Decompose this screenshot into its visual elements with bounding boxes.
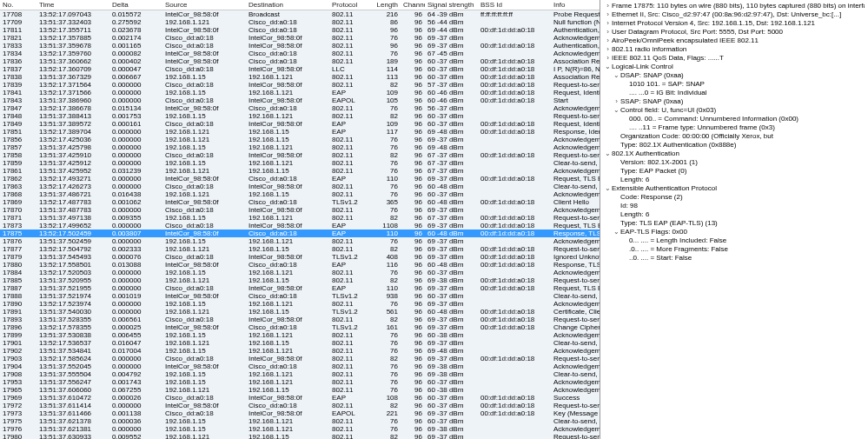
packet-row[interactable]: 1783913:52:17.3715640.000000Cisco_dd:a0:…: [0, 81, 600, 89]
detail-line[interactable]: 000. 00.. = Command: Unnumbered Informat…: [604, 115, 865, 123]
packet-row[interactable]: 1797313:51:37.6114660.001138Cisco_dd:a0:…: [0, 409, 600, 417]
packet-row[interactable]: 1785813:51:37.4259100.000000Cisco_dd:a0:…: [0, 151, 600, 159]
detail-line[interactable]: 1010 101. = SAP: SNAP: [604, 80, 865, 89]
packet-row[interactable]: 1797613:51:37.6213810.000000192.168.1.15…: [0, 425, 600, 433]
packet-row[interactable]: 1788413:52:17.5205030.000000192.168.1.15…: [0, 269, 600, 276]
detail-line[interactable]: ›AiroPeek/OmniPeek encapsulated IEEE 802…: [604, 37, 865, 45]
packet-row[interactable]: 1785113:52:17.3897040.000000192.168.1.12…: [0, 128, 600, 136]
detail-line[interactable]: ›Internet Protocol Version 4, Src: 192.1…: [604, 19, 865, 28]
tree-toggle-icon[interactable]: ›: [604, 45, 612, 54]
detail-line[interactable]: ›User Datagram Protocol, Src Port: 5555,…: [604, 28, 865, 37]
col-info[interactable]: Info: [551, 0, 600, 10]
detail-line[interactable]: .0.. .... = More Fragments: False: [604, 245, 865, 254]
packet-row[interactable]: 1783313:51:37.3596780.001165Cisco_dd:a0:…: [0, 42, 600, 50]
detail-line[interactable]: ›Ethernet II, Src: Cisco_d2:97:47 (00:8a…: [604, 10, 865, 19]
packet-row[interactable]: 1790313:52:17.5856240.000000Cisco_dd:a0:…: [0, 355, 600, 363]
packet-row[interactable]: 1785613:52:17.4250360.000000192.168.1.12…: [0, 136, 600, 143]
detail-line[interactable]: Length: 6: [604, 176, 865, 184]
detail-line[interactable]: .... ...0 = IG Bit: Individual: [604, 89, 865, 97]
detail-line[interactable]: Length: 6: [604, 210, 865, 219]
packet-row[interactable]: 1790213:51:37.5348410.017004192.168.1.15…: [0, 347, 600, 355]
detail-line[interactable]: Organization Code: 00:00:00 (Officially …: [604, 132, 865, 141]
detail-line[interactable]: Version: 802.1X-2001 (1): [604, 158, 865, 167]
tree-toggle-icon[interactable]: ⌄: [604, 63, 612, 71]
packet-row[interactable]: 1789913:51:37.5308380.006455192.168.1.15…: [0, 331, 600, 339]
packet-row[interactable]: 1784813:51:37.3884130.001753192.168.1.15…: [0, 112, 600, 120]
packet-row[interactable]: 1788813:51:37.5219740.001019IntelCor_98:…: [0, 292, 600, 300]
tree-toggle-icon[interactable]: ⌄: [613, 228, 620, 236]
packet-row[interactable]: 1783813:51:37.3673290.006667192.168.1.15…: [0, 73, 600, 81]
detail-line[interactable]: ›802.11 radio information: [604, 45, 865, 54]
col-no[interactable]: No.: [0, 0, 36, 10]
tree-toggle-icon[interactable]: ›: [604, 19, 612, 28]
packet-row[interactable]: 1787713:52:17.5047920.002333192.168.1.12…: [0, 245, 600, 253]
packet-row[interactable]: 1787013:51:37.4877830.000000Cisco_dd:a0:…: [0, 206, 600, 214]
packet-row[interactable]: 1797513:51:37.6213780.000036192.168.1.15…: [0, 417, 600, 425]
packet-row[interactable]: 1788513:51:37.5209550.000000192.168.1.12…: [0, 276, 600, 284]
packet-row[interactable]: 1786313:52:17.4262730.000000Cisco_dd:a0:…: [0, 183, 600, 190]
packet-row[interactable]: 1798013:51:37.6309330.009552192.168.1.12…: [0, 433, 600, 439]
packet-row[interactable]: 1784113:52:17.3715660.000000192.168.1.15…: [0, 89, 600, 96]
packet-row[interactable]: 1783613:51:37.3606620.000402IntelCor_98:…: [0, 57, 600, 65]
packet-row[interactable]: 1790813:51:37.5555040.004792192.168.1.15…: [0, 370, 600, 378]
tree-toggle-icon[interactable]: ›: [613, 97, 620, 106]
packet-details-pane[interactable]: ›Frame 17875: 110 bytes on wire (880 bit…: [600, 0, 868, 439]
packet-row[interactable]: 1787613:51:37.5024590.000000192.168.1.15…: [0, 237, 600, 245]
packet-row[interactable]: 1787113:51:37.4971380.009355192.168.1.15…: [0, 214, 600, 222]
packet-row[interactable]: 1796913:51:37.6104720.000026Cisco_dd:a0:…: [0, 394, 600, 402]
tree-toggle-icon[interactable]: ›: [604, 54, 612, 63]
tree-toggle-icon[interactable]: ›: [604, 10, 612, 19]
col-dst[interactable]: Destination: [246, 0, 329, 10]
tree-toggle-icon[interactable]: ›: [604, 28, 612, 37]
detail-line[interactable]: Id: 98: [604, 202, 865, 210]
detail-line[interactable]: ..0. .... = Start: False: [604, 254, 865, 263]
packet-row[interactable]: 1789613:52:17.5783550.000025IntelCor_98:…: [0, 323, 600, 331]
col-sig[interactable]: Signal strength: [425, 0, 478, 10]
packet-row[interactable]: 1787913:51:37.5454930.000076Cisco_dd:a0:…: [0, 253, 600, 261]
col-src[interactable]: Source: [162, 0, 246, 10]
packet-row[interactable]: 1787513:52:17.5024590.003807IntelCor_98:…: [0, 229, 600, 237]
packet-row[interactable]: 1783413:52:17.3597600.000082IntelCor_98:…: [0, 50, 600, 57]
packet-row[interactable]: 1785713:51:37.4257980.000000192.168.1.15…: [0, 143, 600, 151]
packet-row[interactable]: 1784713:52:17.3866780.015134IntelCor_98:…: [0, 104, 600, 112]
detail-line[interactable]: ⌄Extensible Authentication Protocol: [604, 184, 865, 193]
col-time[interactable]: Time: [36, 0, 109, 10]
packet-row[interactable]: 1788713:51:37.5219550.000000Cisco_dd:a0:…: [0, 284, 600, 292]
detail-line[interactable]: ⌄DSAP: SNAP (0xaa): [604, 71, 865, 80]
packet-row[interactable]: 1790413:51:37.5520450.000000IntelCor_98:…: [0, 363, 600, 370]
tree-toggle-icon[interactable]: ⌄: [613, 106, 620, 115]
packet-row[interactable]: 1786913:52:17.4877830.001062IntelCor_98:…: [0, 198, 600, 206]
col-ch[interactable]: Channel: [401, 0, 425, 10]
packet-row[interactable]: 1797213:51:37.6114140.000000IntelCor_98:…: [0, 402, 600, 409]
tree-toggle-icon[interactable]: ›: [604, 2, 612, 10]
packet-row[interactable]: 1795313:51:37.5562470.001743192.168.1.15…: [0, 378, 600, 386]
packet-row[interactable]: 1786113:51:37.4259520.031239192.168.1.12…: [0, 167, 600, 175]
detail-line[interactable]: Type: 802.1X Authentication (0x888e): [604, 141, 865, 150]
packet-row[interactable]: 1788013:52:17.5585010.013088IntelCor_98:…: [0, 261, 600, 269]
packet-row[interactable]: 1787313:52:17.4996520.000000Cisco_dd:a0:…: [0, 222, 600, 229]
detail-line[interactable]: ⌄EAP-TLS Flags: 0x00: [604, 228, 865, 236]
detail-line[interactable]: ⌄Control field: U, func=UI (0x03): [604, 106, 865, 115]
detail-line[interactable]: ⌄Logical-Link Control: [604, 63, 865, 71]
packet-row[interactable]: 1789013:52:17.5239740.000000192.168.1.15…: [0, 300, 600, 308]
tree-toggle-icon[interactable]: ⌄: [604, 150, 612, 158]
packet-table[interactable]: No. Time Delta Source Destination Protoc…: [0, 0, 600, 439]
col-proto[interactable]: Protocol: [329, 0, 369, 10]
detail-line[interactable]: ⌄802.1X Authentication: [604, 150, 865, 158]
packet-row[interactable]: 1783713:52:17.3607090.000047Cisco_dd:a0:…: [0, 65, 600, 73]
col-delta[interactable]: Delta: [109, 0, 162, 10]
tree-toggle-icon[interactable]: ›: [604, 37, 612, 45]
packet-row[interactable]: 1785913:51:37.4259120.000000192.168.1.15…: [0, 159, 600, 167]
detail-line[interactable]: ›Frame 17875: 110 bytes on wire (880 bit…: [604, 2, 865, 10]
detail-line[interactable]: .... ..11 = Frame type: Unnumbered frame…: [604, 123, 865, 132]
detail-line[interactable]: 0... .... = Length Included: False: [604, 236, 865, 245]
detail-line[interactable]: ›SSAP: SNAP (0xaa): [604, 97, 865, 106]
packet-row[interactable]: 1786213:52:17.4932710.000000IntelCor_98:…: [0, 175, 600, 183]
packet-row[interactable]: 1784913:51:37.3895720.000161Cisco_dd:a0:…: [0, 120, 600, 128]
col-bss[interactable]: BSS Id: [478, 0, 551, 10]
packet-row[interactable]: 1781113:52:17.3557110.023678IntelCor_98:…: [0, 26, 600, 34]
packet-row[interactable]: 1770813:52:17.0970430.015572IntelCor_98:…: [0, 10, 600, 19]
detail-line[interactable]: Code: Response (2): [604, 193, 865, 202]
detail-line[interactable]: Type: TLS EAP (EAP-TLS) (13): [604, 219, 865, 228]
packet-row[interactable]: 1784313:51:37.3869600.000000Cisco_dd:a0:…: [0, 96, 600, 104]
